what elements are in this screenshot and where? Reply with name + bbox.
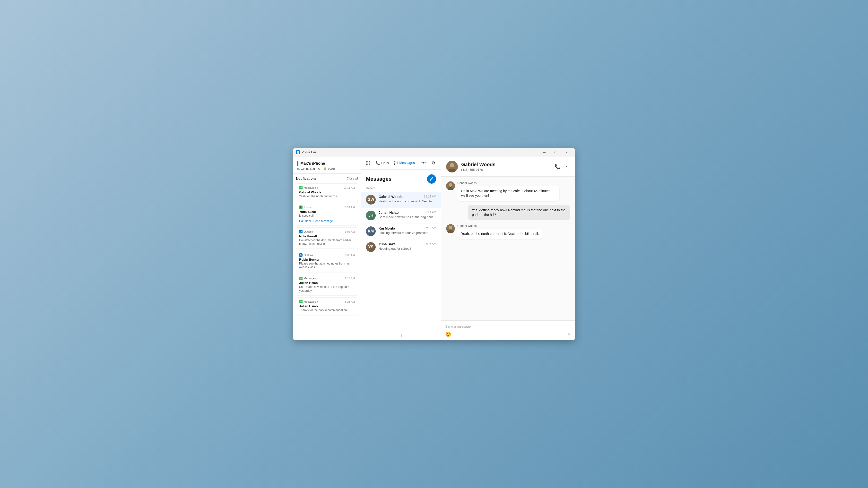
chat-panel: Gabriel Woods (415) 555-0176 📞 ▾ bbox=[441, 157, 575, 340]
compose-button[interactable] bbox=[427, 174, 436, 184]
notification-header: ✉ Messages › 8:23 AM bbox=[299, 300, 355, 303]
message-top: Gabriel Woods 11:11 AM bbox=[379, 195, 436, 199]
message-time: 11:11 AM bbox=[424, 195, 436, 199]
contact-avatar: GW bbox=[366, 195, 376, 204]
message-time: 7:35 AM bbox=[426, 226, 436, 230]
notification-sender: Julian Hsiao bbox=[299, 281, 355, 285]
emoji-button[interactable]: 😊 bbox=[445, 331, 451, 337]
contact-avatar: KM bbox=[366, 226, 376, 236]
chevron-down-icon: ▾ bbox=[565, 165, 567, 168]
outlook-app-icon: O bbox=[299, 253, 303, 257]
close-button[interactable]: ✕ bbox=[561, 149, 572, 156]
phone-info: Max's iPhone ℡ Connected ↻ 🔋 100% bbox=[293, 157, 361, 174]
notification-sender: Julian Hsiao bbox=[299, 304, 355, 308]
message-content: Yes, getting ready now! Remind me, is th… bbox=[468, 205, 570, 220]
recent-label: Recent bbox=[361, 186, 441, 192]
notification-app-name: Messages bbox=[304, 300, 316, 303]
send-message-button[interactable]: Send Message bbox=[313, 219, 333, 223]
notification-app: O Outlook bbox=[299, 230, 313, 233]
notification-list: ✉ Messages › 11:11 AM Gabriel Woods Yeah… bbox=[296, 184, 358, 315]
contact-avatar: YS bbox=[366, 242, 376, 252]
message-info: Kai Morita 7:35 AM Looking forward to to… bbox=[379, 226, 436, 235]
svg-point-6 bbox=[449, 183, 452, 187]
chevron-down-button[interactable]: ▾ bbox=[562, 163, 570, 170]
chat-message-row: Gabriel Woods Hello Max! We are meeting … bbox=[446, 182, 570, 201]
message-top: Kai Morita 7:35 AM bbox=[379, 226, 436, 230]
messages-app-icon: ✉ bbox=[299, 186, 303, 190]
conversation-item[interactable]: GW Gabriel Woods 11:11 AM Yeah, on the n… bbox=[361, 192, 441, 208]
notification-card[interactable]: O Outlook 8:39 AM Robin Becker Please se… bbox=[296, 251, 358, 272]
message-bubble: Yeah, on the north corner of it. Next to… bbox=[457, 229, 542, 239]
message-input[interactable] bbox=[445, 324, 571, 330]
notification-header: ✉ Messages › 8:24 AM bbox=[299, 277, 355, 280]
minimize-button[interactable]: — bbox=[538, 149, 550, 156]
contact-name: Gabriel Woods bbox=[461, 162, 550, 167]
grid-icon bbox=[366, 161, 370, 165]
notification-time: 8:24 AM bbox=[345, 277, 355, 280]
send-button[interactable]: ➤ bbox=[567, 332, 571, 337]
notification-card[interactable]: ✉ Messages › 8:23 AM Julian Hsiao Thanks… bbox=[296, 297, 358, 315]
conversation-item[interactable]: JH Julian Hsiao 8:24 AM Sam made new fri… bbox=[361, 208, 441, 224]
conversation-item[interactable]: YS Yuna Sakai 7:15 AM Heading out for sc… bbox=[361, 239, 441, 255]
notification-header: O Outlook 8:39 AM bbox=[299, 253, 355, 257]
message-avatar bbox=[446, 182, 455, 190]
message-preview: Sam made new friends at the dog park yes… bbox=[379, 215, 436, 219]
notification-card[interactable]: O Outlook 9:06 AM Nola Harrell I've atta… bbox=[296, 227, 358, 249]
message-info: Julian Hsiao 8:24 AM Sam made new friend… bbox=[379, 210, 436, 219]
phone-app-icon: 📞 bbox=[299, 205, 303, 209]
contact-phone: (415) 555-0176 bbox=[461, 168, 550, 171]
notification-header: 📞 Phone 9:24 AM bbox=[299, 205, 355, 209]
notifications-section: Notifications Close all ✉ Messages › 11:… bbox=[293, 174, 361, 340]
messages-nav-label: Messages bbox=[399, 161, 415, 165]
refresh-status: ↻ bbox=[318, 167, 320, 170]
notification-preview: Thanks for the park recommendation! bbox=[299, 308, 355, 313]
notification-header: ✉ Messages › 11:11 AM bbox=[299, 186, 355, 190]
notification-card[interactable]: ✉ Messages › 11:11 AM Gabriel Woods Yeah… bbox=[296, 184, 358, 201]
notification-card[interactable]: 📞 Phone 9:24 AM Yuna Sakai Missed call C… bbox=[296, 203, 358, 225]
notification-app: 📞 Phone bbox=[299, 205, 312, 209]
message-time: 7:15 AM bbox=[426, 242, 436, 246]
notification-sender: Robin Becker bbox=[299, 258, 355, 261]
message-top: Yuna Sakai 7:15 AM bbox=[379, 242, 436, 246]
notification-preview: Sam made new friends at the dog park yes… bbox=[299, 285, 355, 293]
message-content: Gabriel Woods Yeah, on the north corner … bbox=[457, 224, 542, 239]
chat-header-actions: 📞 ▾ bbox=[554, 163, 570, 170]
chat-message-row: Gabriel Woods Yeah, on the north corner … bbox=[446, 224, 570, 239]
close-all-button[interactable]: Close all bbox=[347, 177, 358, 180]
svg-point-9 bbox=[449, 226, 452, 229]
notification-time: 11:11 AM bbox=[344, 186, 355, 189]
refresh-icon: ↻ bbox=[318, 167, 320, 170]
arrow-icon: › bbox=[317, 277, 318, 280]
notification-app: ✉ Messages › bbox=[299, 277, 318, 280]
svg-rect-1 bbox=[298, 153, 299, 154]
contact-avatar: JH bbox=[366, 210, 376, 220]
notification-sender: Nola Harrell bbox=[299, 234, 355, 238]
notification-app: ✉ Messages › bbox=[299, 186, 318, 190]
more-options-button[interactable]: ••• bbox=[420, 159, 428, 167]
messages-app-icon: ✉ bbox=[299, 300, 303, 303]
chat-contact-info: Gabriel Woods (415) 555-0176 bbox=[461, 162, 550, 171]
notification-preview: Missed call bbox=[299, 214, 355, 218]
conversation-item[interactable]: KM Kai Morita 7:35 AM Looking forward to… bbox=[361, 224, 441, 239]
notification-time: 9:06 AM bbox=[345, 230, 355, 233]
maximize-button[interactable]: □ bbox=[550, 149, 561, 156]
nav-actions: ••• ⚙ bbox=[420, 159, 437, 167]
messages-nav-icon: 💬 bbox=[394, 161, 398, 165]
message-sender: Julian Hsiao bbox=[379, 210, 399, 215]
notifications-title: Notifications bbox=[296, 176, 317, 181]
bluetooth-icon: ℡ bbox=[297, 167, 300, 170]
call-back-button[interactable]: Call Back bbox=[299, 219, 312, 223]
call-button[interactable]: 📞 bbox=[554, 163, 561, 170]
outlook-app-icon: O bbox=[299, 230, 303, 233]
tab-calls[interactable]: 📞 Calls bbox=[376, 160, 389, 166]
arrow-icon: › bbox=[317, 300, 318, 303]
notification-sender: Yuna Sakai bbox=[299, 210, 355, 214]
settings-button[interactable]: ⚙ bbox=[429, 159, 437, 167]
message-sender: Kai Morita bbox=[379, 226, 395, 230]
notification-sender: Gabriel Woods bbox=[299, 190, 355, 194]
notification-card[interactable]: ✉ Messages › 8:24 AM Julian Hsiao Sam ma… bbox=[296, 274, 358, 295]
notification-app-name: Messages bbox=[304, 277, 316, 280]
tab-messages[interactable]: 💬 Messages bbox=[394, 160, 415, 166]
message-info: Yuna Sakai 7:15 AM Heading out for schoo… bbox=[379, 242, 436, 251]
info-row: ℹ bbox=[361, 332, 441, 340]
